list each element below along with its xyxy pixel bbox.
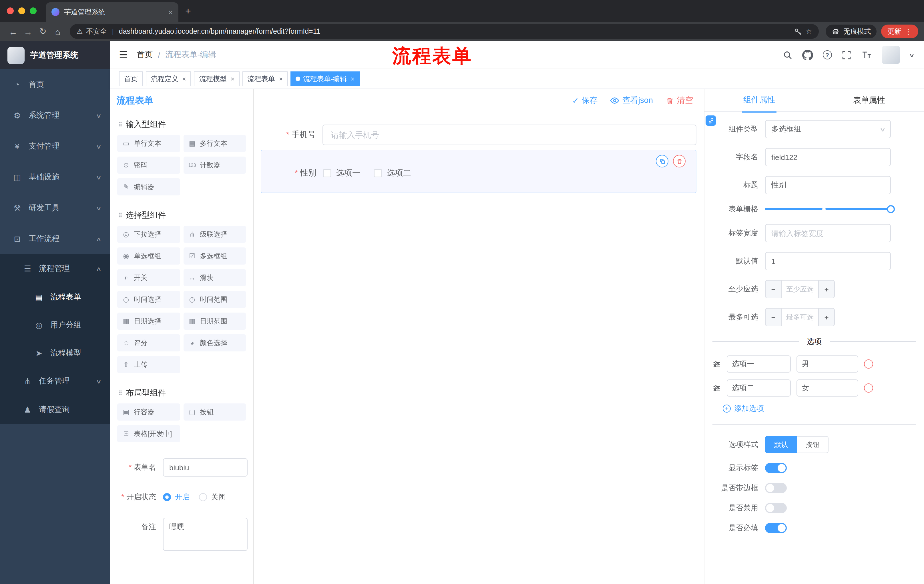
palette-item-multi-line-text[interactable]: ▤多行文本 — [183, 135, 246, 152]
home-button[interactable]: ⌂ — [50, 24, 65, 39]
maximize-window-button[interactable] — [30, 7, 36, 14]
sidebar-toggle-icon[interactable]: ☰ — [119, 49, 128, 61]
form-name-input[interactable] — [163, 458, 248, 477]
add-option-button[interactable]: + 添加选项 — [713, 403, 916, 414]
increase-button[interactable]: + — [818, 281, 834, 298]
palette-item-time-range[interactable]: ◴时间范围 — [183, 291, 246, 308]
palette-item-single-line-text[interactable]: ▭单行文本 — [117, 135, 180, 152]
sidebar-item-process-form[interactable]: ▤ 流程表单 — [0, 283, 110, 311]
github-icon[interactable] — [802, 49, 813, 60]
new-tab-button[interactable]: + — [185, 6, 191, 17]
sidebar-item-dev-tools[interactable]: ⚒ 研发工具 ∨ — [0, 192, 110, 224]
avatar[interactable] — [881, 46, 900, 64]
remove-option-button[interactable]: − — [864, 383, 873, 393]
component-type-select[interactable]: 多选框组 ∨ — [765, 120, 891, 138]
gender-field-selected[interactable]: 性别 选项一 选项二 — [261, 150, 696, 193]
checkbox-icon[interactable] — [374, 169, 382, 177]
palette-item-radio-group[interactable]: ◉单选框组 — [117, 247, 180, 265]
tag-process-definition[interactable]: 流程定义 × — [146, 71, 191, 86]
status-radio-on[interactable]: 开启 — [163, 492, 190, 502]
remove-option-button[interactable]: − — [864, 359, 873, 368]
copy-component-button[interactable] — [656, 155, 668, 168]
password-key-icon[interactable] — [794, 27, 802, 36]
disabled-switch[interactable] — [765, 503, 787, 513]
avatar-caret-icon[interactable]: ∨ — [909, 52, 915, 58]
reload-button[interactable]: ↻ — [35, 24, 50, 39]
bookmark-star-icon[interactable]: ☆ — [806, 28, 812, 35]
sidebar-item-infrastructure[interactable]: ◫ 基础设施 ∨ — [0, 162, 110, 192]
min-select-value[interactable]: 至少应选 — [782, 281, 818, 298]
palette-item-checkbox-group[interactable]: ☑多选框组 — [183, 247, 246, 265]
forward-button[interactable]: → — [21, 24, 35, 39]
search-icon[interactable] — [782, 50, 792, 60]
tag-close-icon[interactable]: × — [351, 76, 355, 82]
phone-field[interactable]: 手机号 — [261, 125, 696, 145]
phone-input[interactable] — [322, 125, 696, 145]
sidebar-item-payment-management[interactable]: ¥ 支付管理 ∨ — [0, 131, 110, 162]
option-style-button-button[interactable]: 按钮 — [797, 436, 828, 453]
palette-item-cascader[interactable]: ⋔级联选择 — [183, 226, 246, 243]
minimize-window-button[interactable] — [18, 7, 25, 14]
tag-process-form[interactable]: 流程表单 × — [243, 71, 288, 86]
option-name-input[interactable] — [727, 380, 791, 396]
option-value-input[interactable] — [797, 380, 858, 396]
tag-close-icon[interactable]: × — [231, 76, 234, 82]
view-json-button[interactable]: 查看json — [610, 95, 653, 106]
browser-menu-icon[interactable]: ⋮ — [904, 27, 912, 36]
decrease-button[interactable]: − — [766, 281, 782, 298]
sidebar-item-process-management[interactable]: ☰ 流程管理 ∧ — [0, 254, 110, 283]
help-icon[interactable]: ? — [823, 50, 832, 59]
palette-item-slider[interactable]: ↔滑块 — [183, 269, 246, 286]
increase-button[interactable]: + — [818, 309, 834, 326]
show-label-switch[interactable] — [765, 463, 787, 473]
sidebar-item-home[interactable]: ◔ 首页 — [0, 69, 110, 100]
sidebar-item-process-model[interactable]: ➤ 流程模型 — [0, 339, 110, 367]
palette-item-button[interactable]: ▢按钮 — [183, 403, 246, 421]
max-select-value[interactable]: 最多可选 — [782, 309, 818, 326]
tab-close-icon[interactable]: × — [168, 8, 173, 16]
option-value-input[interactable] — [797, 355, 858, 373]
checkbox-icon[interactable] — [323, 169, 331, 177]
tag-process-model[interactable]: 流程模型 × — [194, 71, 239, 86]
palette-item-counter[interactable]: 123计数器 — [183, 156, 246, 174]
palette-item-editor[interactable]: ✎编辑器 — [117, 178, 180, 196]
field-name-input[interactable] — [765, 148, 891, 166]
fullscreen-icon[interactable] — [842, 50, 851, 60]
palette-item-password[interactable]: ⊙密码 — [117, 156, 180, 174]
palette-item-date-range[interactable]: ▥日期范围 — [183, 313, 246, 330]
palette-item-color-picker[interactable]: ◕颜色选择 — [183, 334, 246, 351]
font-size-icon[interactable] — [861, 50, 872, 60]
slider-handle[interactable] — [887, 205, 895, 213]
drag-handle-icon[interactable] — [713, 384, 721, 392]
breadcrumb-home[interactable]: 首页 — [137, 50, 153, 60]
form-grid-slider[interactable] — [765, 208, 891, 210]
tag-home[interactable]: 首页 — [119, 71, 143, 86]
tag-close-icon[interactable]: × — [182, 76, 186, 82]
sidebar-item-task-management[interactable]: ⋔ 任务管理 ∨ — [0, 367, 110, 395]
palette-item-upload[interactable]: ⇧上传 — [117, 356, 180, 373]
browser-tab[interactable]: 芋道管理系统 × — [46, 2, 178, 22]
title-input[interactable] — [765, 176, 891, 194]
label-width-input[interactable] — [765, 224, 891, 242]
palette-item-table[interactable]: ⊞表格[开发中] — [117, 425, 180, 442]
tab-form-props[interactable]: 表单属性 — [814, 89, 924, 112]
clear-button[interactable]: 清空 — [665, 95, 693, 106]
delete-component-button[interactable] — [673, 155, 686, 168]
checkbox-option-2[interactable]: 选项二 — [374, 168, 411, 178]
palette-item-switch[interactable]: ◐开关 — [117, 269, 180, 286]
border-switch[interactable] — [765, 483, 787, 493]
option-style-default-button[interactable]: 默认 — [765, 436, 797, 453]
checkbox-option-1[interactable]: 选项一 — [323, 168, 360, 178]
tag-process-form-edit[interactable]: 流程表单-编辑 × — [291, 71, 360, 86]
address-bar[interactable]: ⚠ 不安全 | dashboard.yudao.iocoder.cn/bpm/m… — [70, 24, 819, 39]
status-radio-off[interactable]: 关闭 — [199, 492, 226, 502]
palette-item-row-container[interactable]: ▣行容器 — [117, 403, 180, 421]
required-switch[interactable] — [765, 523, 787, 533]
link-icon[interactable] — [706, 115, 716, 126]
save-button[interactable]: ✓ 保存 — [572, 95, 597, 106]
option-name-input[interactable] — [727, 355, 791, 373]
sidebar-item-user-group[interactable]: ◎ 用户分组 — [0, 311, 110, 339]
default-value-input[interactable] — [765, 252, 891, 270]
tag-close-icon[interactable]: × — [279, 76, 283, 82]
sidebar-item-workflow[interactable]: ⊡ 工作流程 ∧ — [0, 224, 110, 254]
